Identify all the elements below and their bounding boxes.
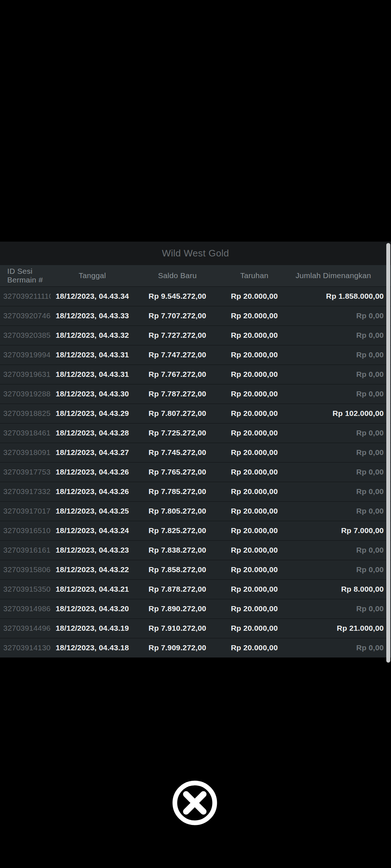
win-amount-cell: Rp 0,00 xyxy=(288,443,391,462)
column-header-date: Tanggal xyxy=(51,265,134,286)
bet-cell: Rp 20.000,00 xyxy=(221,462,288,482)
win-amount-cell: Rp 0,00 xyxy=(288,501,391,521)
session-history-table: ID Sesi Bermain # Tanggal Saldo Baru Tar… xyxy=(0,265,391,658)
date-cell: 18/12/2023, 04.43.28 xyxy=(51,423,134,443)
screen: Wild West Gold ID Sesi Bermain # Tanggal… xyxy=(0,0,391,868)
new-balance-cell: Rp 7.909.272,00 xyxy=(134,638,221,658)
new-balance-cell: Rp 7.765.272,00 xyxy=(134,462,221,482)
date-cell: 18/12/2023, 04.43.26 xyxy=(51,482,134,501)
new-balance-cell: Rp 7.910.272,00 xyxy=(134,618,221,638)
new-balance-cell: Rp 9.545.272,00 xyxy=(134,286,221,306)
session-id-cell: 32703918091029 xyxy=(0,443,51,462)
bet-cell: Rp 20.000,00 xyxy=(221,423,288,443)
bet-cell: Rp 20.000,00 xyxy=(221,482,288,501)
session-id-cell: 32703917753029 xyxy=(0,462,51,482)
new-balance-cell: Rp 7.807.272,00 xyxy=(134,404,221,423)
bet-cell: Rp 20.000,00 xyxy=(221,345,288,365)
session-table-body: 32703921111029 18/12/2023, 04.43.34 Rp 9… xyxy=(0,286,391,658)
session-id-cell: 32703914130029 xyxy=(0,638,51,658)
bet-cell: Rp 20.000,00 xyxy=(221,404,288,423)
column-header-new-balance: Saldo Baru xyxy=(134,265,221,286)
table-row: 32703914496029 18/12/2023, 04.43.19 Rp 7… xyxy=(0,618,391,638)
table-row: 32703920385029 18/12/2023, 04.43.32 Rp 7… xyxy=(0,326,391,345)
new-balance-cell: Rp 7.747.272,00 xyxy=(134,345,221,365)
bet-cell: Rp 20.000,00 xyxy=(221,560,288,579)
new-balance-cell: Rp 7.858.272,00 xyxy=(134,560,221,579)
bet-cell: Rp 20.000,00 xyxy=(221,618,288,638)
session-id-cell: 32703920746029 xyxy=(0,306,51,326)
table-row: 32703914130029 18/12/2023, 04.43.18 Rp 7… xyxy=(0,638,391,658)
table-row: 32703919288029 18/12/2023, 04.43.30 Rp 7… xyxy=(0,384,391,404)
date-cell: 18/12/2023, 04.43.31 xyxy=(51,345,134,365)
win-amount-cell: Rp 0,00 xyxy=(288,365,391,384)
date-cell: 18/12/2023, 04.43.32 xyxy=(51,326,134,345)
win-amount-cell: Rp 0,00 xyxy=(288,560,391,579)
new-balance-cell: Rp 7.767.272,00 xyxy=(134,365,221,384)
date-cell: 18/12/2023, 04.43.31 xyxy=(51,365,134,384)
table-row: 32703917017029 18/12/2023, 04.43.25 Rp 7… xyxy=(0,501,391,521)
date-cell: 18/12/2023, 04.43.20 xyxy=(51,599,134,618)
bet-cell: Rp 20.000,00 xyxy=(221,306,288,326)
new-balance-cell: Rp 7.838.272,00 xyxy=(134,540,221,560)
table-row: 32703918461029 18/12/2023, 04.43.28 Rp 7… xyxy=(0,423,391,443)
win-amount-cell: Rp 102.000,00 xyxy=(288,404,391,423)
win-amount-cell: Rp 0,00 xyxy=(288,540,391,560)
table-header-row: ID Sesi Bermain # Tanggal Saldo Baru Tar… xyxy=(0,265,391,286)
new-balance-cell: Rp 7.707.272,00 xyxy=(134,306,221,326)
new-balance-cell: Rp 7.805.272,00 xyxy=(134,501,221,521)
table-row: 32703918091029 18/12/2023, 04.43.27 Rp 7… xyxy=(0,443,391,462)
table-row: 32703919631029 18/12/2023, 04.43.31 Rp 7… xyxy=(0,365,391,384)
table-row: 32703915806029 18/12/2023, 04.43.22 Rp 7… xyxy=(0,560,391,579)
bet-cell: Rp 20.000,00 xyxy=(221,286,288,306)
bet-cell: Rp 20.000,00 xyxy=(221,443,288,462)
date-cell: 18/12/2023, 04.43.25 xyxy=(51,501,134,521)
session-id-cell: 32703917017029 xyxy=(0,501,51,521)
column-header-amount-won: Jumlah Dimenangkan xyxy=(288,265,391,286)
session-id-cell: 32703919288029 xyxy=(0,384,51,404)
session-id-cell: 32703918461029 xyxy=(0,423,51,443)
date-cell: 18/12/2023, 04.43.29 xyxy=(51,404,134,423)
new-balance-cell: Rp 7.725.272,00 xyxy=(134,423,221,443)
date-cell: 18/12/2023, 04.43.34 xyxy=(51,286,134,306)
bet-cell: Rp 20.000,00 xyxy=(221,540,288,560)
date-cell: 18/12/2023, 04.43.22 xyxy=(51,560,134,579)
bet-cell: Rp 20.000,00 xyxy=(221,599,288,618)
bet-cell: Rp 20.000,00 xyxy=(221,384,288,404)
session-id-cell: 32703914496029 xyxy=(0,618,51,638)
session-id-cell: 32703916510029 xyxy=(0,521,51,540)
close-button[interactable] xyxy=(172,780,217,825)
win-amount-cell: Rp 0,00 xyxy=(288,326,391,345)
column-header-bet: Taruhan xyxy=(221,265,288,286)
date-cell: 18/12/2023, 04.43.27 xyxy=(51,443,134,462)
win-amount-cell: Rp 0,00 xyxy=(288,306,391,326)
table-row: 32703921111029 18/12/2023, 04.43.34 Rp 9… xyxy=(0,286,391,306)
win-amount-cell: Rp 7.000,00 xyxy=(288,521,391,540)
date-cell: 18/12/2023, 04.43.33 xyxy=(51,306,134,326)
session-id-cell: 32703920385029 xyxy=(0,326,51,345)
date-cell: 18/12/2023, 04.43.26 xyxy=(51,462,134,482)
table-row: 32703915350029 18/12/2023, 04.43.21 Rp 7… xyxy=(0,579,391,599)
session-id-cell: 32703919631029 xyxy=(0,365,51,384)
new-balance-cell: Rp 7.727.272,00 xyxy=(134,326,221,345)
table-row: 32703919994029 18/12/2023, 04.43.31 Rp 7… xyxy=(0,345,391,365)
session-id-cell: 32703917332029 xyxy=(0,482,51,501)
column-header-session-id: ID Sesi Bermain # xyxy=(0,265,51,286)
win-amount-cell: Rp 0,00 xyxy=(288,599,391,618)
win-amount-cell: Rp 21.000,00 xyxy=(288,618,391,638)
win-amount-cell: Rp 0,00 xyxy=(288,384,391,404)
bet-cell: Rp 20.000,00 xyxy=(221,521,288,540)
scrollbar-thumb[interactable] xyxy=(386,243,390,663)
date-cell: 18/12/2023, 04.43.23 xyxy=(51,540,134,560)
game-history-modal: Wild West Gold ID Sesi Bermain # Tanggal… xyxy=(0,242,391,658)
new-balance-cell: Rp 7.785.272,00 xyxy=(134,482,221,501)
modal-title-bar: Wild West Gold xyxy=(0,242,391,265)
win-amount-cell: Rp 0,00 xyxy=(288,482,391,501)
win-amount-cell: Rp 0,00 xyxy=(288,638,391,658)
session-id-cell: 32703916161029 xyxy=(0,540,51,560)
win-amount-cell: Rp 0,00 xyxy=(288,345,391,365)
win-amount-cell: Rp 0,00 xyxy=(288,423,391,443)
bet-cell: Rp 20.000,00 xyxy=(221,365,288,384)
bet-cell: Rp 20.000,00 xyxy=(221,326,288,345)
win-amount-cell: Rp 0,00 xyxy=(288,462,391,482)
table-row: 32703918825029 18/12/2023, 04.43.29 Rp 7… xyxy=(0,404,391,423)
